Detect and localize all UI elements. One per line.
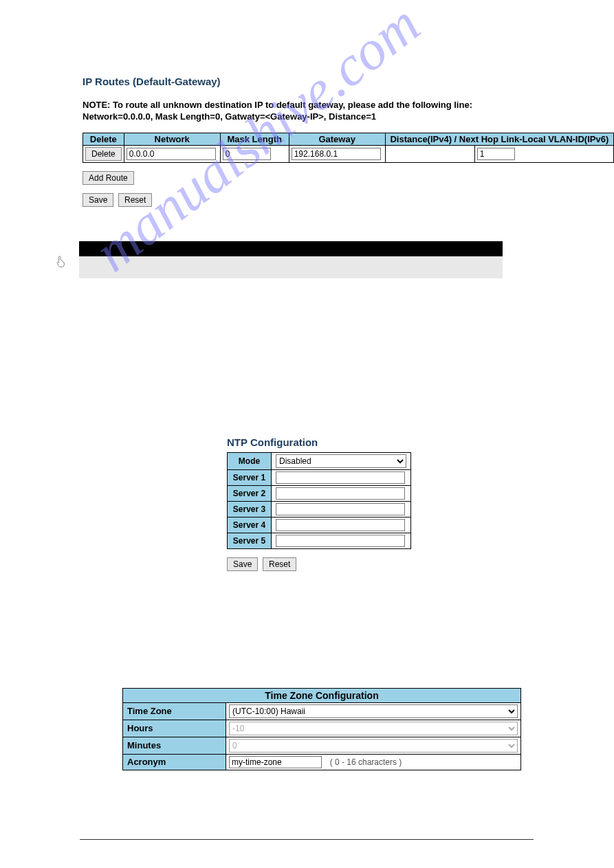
add-route-button[interactable]: Add Route [83, 171, 134, 185]
ip-routes-table: Delete Network Mask Length Gateway Dista… [83, 133, 614, 163]
timezone-table: Time Zone Configuration Time Zone (UTC-1… [122, 688, 521, 770]
col-distance: Distance(IPv4) / Next Hop Link-Local VLA… [385, 133, 613, 145]
tz-title: Time Zone Configuration [123, 688, 521, 702]
ntp-server2-label: Server 2 [228, 485, 272, 501]
ntp-server5-label: Server 5 [228, 533, 272, 548]
tz-acronym-label: Acronym [123, 754, 226, 770]
gray-strip [79, 256, 503, 278]
ntp-mode-select[interactable]: Disabled [276, 454, 406, 468]
note-line-2: Network=0.0.0.0, Mask Length=0, Gatwaty=… [83, 111, 376, 122]
tz-minutes-label: Minutes [123, 737, 226, 754]
ntp-server3-label: Server 3 [228, 501, 272, 517]
ntp-server4-input[interactable] [276, 519, 405, 531]
network-input[interactable] [127, 148, 216, 160]
table-row: Delete [83, 145, 614, 162]
page-footer-rule [80, 839, 534, 840]
ntp-reset-button[interactable]: Reset [263, 557, 296, 571]
col-network: Network [124, 133, 220, 145]
delete-button[interactable]: Delete [85, 147, 122, 161]
ntp-save-button[interactable]: Save [227, 557, 258, 571]
col-gateway: Gateway [289, 133, 385, 145]
col-mask-length: Mask Length [220, 133, 289, 145]
tz-hours-select: -10 [229, 722, 518, 735]
tz-zone-select[interactable]: (UTC-10:00) Hawaii [229, 704, 518, 718]
ntp-table: Mode Disabled Server 1 Server 2 Server 3… [227, 452, 411, 549]
tz-acronym-hint: ( 0 - 16 characters ) [330, 757, 402, 767]
ntp-server1-input[interactable] [276, 471, 405, 484]
ip-routes-title: IP Routes (Default-Gateway) [83, 76, 614, 87]
hand-pointer-icon [54, 254, 67, 268]
note-line-1: NOTE: To route all unknown destination I… [83, 100, 472, 110]
mask-length-input[interactable] [223, 148, 271, 160]
distance-input[interactable] [477, 148, 515, 160]
ntp-mode-label: Mode [228, 452, 272, 469]
reset-button[interactable]: Reset [118, 193, 152, 207]
ntp-server3-input[interactable] [276, 503, 405, 515]
ntp-title: NTP Configuration [227, 436, 614, 448]
black-bar-divider [79, 241, 503, 256]
ntp-server5-input[interactable] [276, 535, 405, 547]
save-button[interactable]: Save [83, 193, 113, 207]
tz-zone-label: Time Zone [123, 702, 226, 720]
tz-acronym-input[interactable] [229, 756, 322, 768]
gateway-input[interactable] [292, 148, 381, 160]
ntp-server1-label: Server 1 [228, 469, 272, 485]
tz-minutes-select: 0 [229, 739, 518, 753]
ntp-server2-input[interactable] [276, 487, 405, 500]
col-delete: Delete [83, 133, 124, 145]
ip-routes-note: NOTE: To route all unknown destination I… [83, 100, 614, 123]
tz-hours-label: Hours [123, 720, 226, 737]
ntp-server4-label: Server 4 [228, 517, 272, 533]
